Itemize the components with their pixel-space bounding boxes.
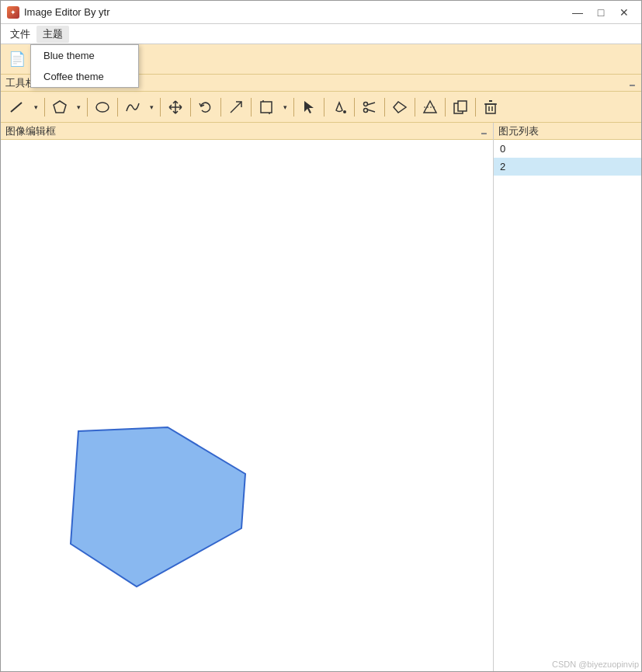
canvas-panel: 图像编辑框 🗕	[1, 123, 494, 671]
svg-line-0	[11, 103, 22, 112]
separator-3	[117, 98, 118, 117]
separator-13	[445, 98, 446, 117]
svg-point-2	[96, 103, 109, 112]
canvas-area[interactable]	[1, 140, 493, 671]
svg-line-11	[367, 103, 375, 105]
separator-12	[415, 98, 415, 117]
crop-button[interactable]	[255, 96, 278, 119]
theme-option-coffee[interactable]: Coffee theme	[31, 66, 138, 87]
svg-point-10	[364, 108, 368, 112]
fill-button[interactable]	[328, 96, 351, 119]
right-panel-header: 图元列表	[494, 123, 641, 140]
menu-item-theme[interactable]: 主题	[36, 26, 69, 43]
svg-line-3	[231, 102, 241, 113]
resize-button[interactable]	[224, 96, 248, 119]
canvas-panel-title: 图像编辑框	[5, 124, 56, 138]
undo-button[interactable]	[194, 96, 217, 119]
svg-rect-18	[486, 104, 495, 113]
new-file-button[interactable]: 📄	[5, 47, 29, 71]
separator-11	[384, 98, 385, 117]
eraser-button[interactable]	[388, 96, 411, 119]
svg-line-12	[367, 110, 375, 112]
curve-tool-button[interactable]	[121, 96, 144, 119]
line-tool-button[interactable]	[5, 96, 29, 119]
polygon-tool-button[interactable]	[48, 96, 71, 119]
svg-marker-7	[304, 101, 314, 113]
main-area: 图像编辑框 🗕 图元列表 0 2 CSDN @biyezuopinvip	[1, 123, 641, 671]
separator-2	[87, 98, 88, 117]
separator-8	[293, 98, 294, 117]
svg-rect-4	[261, 102, 272, 113]
copy-button[interactable]	[449, 96, 472, 119]
move-tool-button[interactable]	[164, 96, 187, 119]
toolbox: ▾ ▾ ▾	[1, 92, 641, 123]
delete-button[interactable]	[479, 96, 502, 119]
svg-point-8	[343, 110, 346, 113]
menu-bar: 文件 主题 Blue theme Coffee theme	[1, 24, 641, 44]
window-title: Image Editor By ytr	[24, 6, 567, 18]
element-item-2[interactable]: 2	[494, 158, 641, 176]
svg-marker-13	[394, 102, 406, 113]
watermark: CSDN @biyezuopinvip	[552, 660, 639, 669]
right-panel-title: 图元列表	[498, 124, 539, 138]
select-button[interactable]	[297, 96, 321, 119]
theme-dropdown-menu: Blue theme Coffee theme	[30, 44, 139, 88]
separator-14	[475, 98, 476, 117]
line-dropdown-button[interactable]: ▾	[30, 96, 41, 119]
element-item-0[interactable]: 0	[494, 140, 641, 158]
canvas-pin-icon: 🗕	[480, 127, 488, 136]
svg-rect-17	[458, 101, 467, 111]
shape-polygon[interactable]	[71, 427, 245, 587]
svg-point-9	[364, 102, 368, 106]
scissors-button[interactable]	[358, 96, 381, 119]
main-window: ✦ Image Editor By ytr — □ ✕ 文件 主题 Blue t…	[0, 0, 642, 672]
theme-option-blue[interactable]: Blue theme	[31, 45, 138, 66]
toolbar-pin-icon: 🗕	[628, 78, 637, 88]
title-bar: ✦ Image Editor By ytr — □ ✕	[1, 1, 641, 24]
curve-dropdown-button[interactable]: ▾	[146, 96, 157, 119]
minimize-button[interactable]: —	[567, 4, 588, 21]
ellipse-tool-button[interactable]	[91, 96, 114, 119]
flip-button[interactable]	[418, 96, 442, 119]
separator-1	[44, 98, 45, 117]
maximize-button[interactable]: □	[590, 4, 612, 21]
close-button[interactable]: ✕	[613, 4, 635, 21]
app-icon: ✦	[7, 6, 19, 19]
crop-dropdown-button[interactable]: ▾	[279, 96, 290, 119]
separator-4	[160, 98, 161, 117]
separator-6	[220, 98, 221, 117]
window-controls: — □ ✕	[567, 4, 635, 21]
separator-7	[251, 98, 252, 117]
canvas-panel-header: 图像编辑框 🗕	[1, 123, 493, 140]
separator-9	[324, 98, 324, 117]
separator-10	[354, 98, 355, 117]
element-list: 0 2	[494, 140, 641, 671]
svg-marker-1	[54, 101, 66, 113]
right-panel: 图元列表 0 2 CSDN @biyezuopinvip	[494, 123, 641, 671]
separator-5	[190, 98, 191, 117]
menu-item-file[interactable]: 文件	[4, 26, 36, 43]
canvas-svg	[1, 140, 493, 671]
polygon-dropdown-button[interactable]: ▾	[73, 96, 84, 119]
